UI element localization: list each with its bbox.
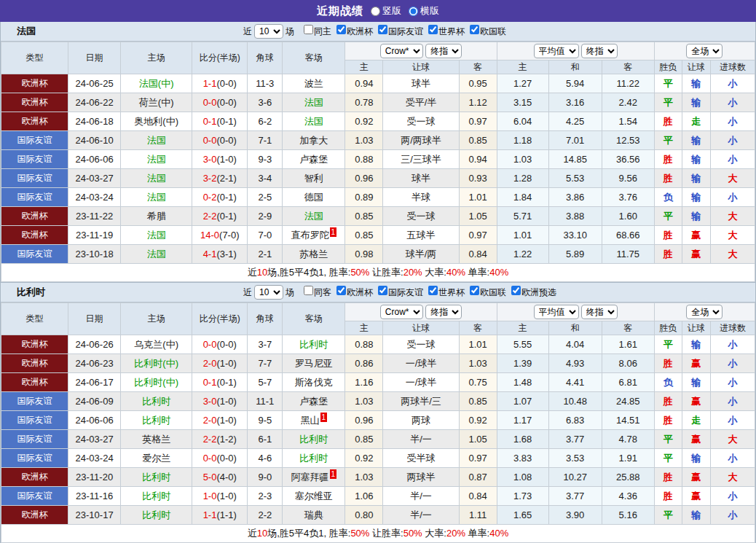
away-team: 法国 (283, 93, 345, 112)
score-cell: 2-0(1-0) (192, 354, 248, 373)
avg-odds-away: 2.42 (602, 93, 654, 112)
league-filter-世界杯[interactable]: 世界杯 (425, 286, 465, 299)
league-checkbox-icon[interactable] (336, 286, 346, 295)
average-select[interactable]: 平均值 (534, 44, 579, 58)
away-team-name: 比利时 (299, 453, 328, 464)
away-team: 智利 (283, 169, 345, 188)
league-checkbox-icon[interactable] (378, 286, 387, 295)
handicap-odds-away: 1.05 (459, 207, 497, 226)
league-checkbox-icon[interactable] (428, 286, 438, 295)
near-label: 近 (243, 286, 252, 299)
handicap-line: 受半球 (383, 449, 459, 468)
bookmaker-select[interactable]: Crow* (380, 44, 423, 58)
home-team: 法国 (121, 188, 192, 207)
radio-vertical-icon[interactable] (371, 7, 380, 16)
handicap-odds-away: 1.05 (459, 430, 497, 449)
score-fulltime: 2-0 (203, 415, 217, 426)
league-filter-欧洲杯[interactable]: 欧洲杯 (334, 25, 373, 38)
league-badge: 国际友谊 (1, 487, 68, 506)
match-date: 24-06-06 (68, 150, 121, 169)
league-filter-国际友谊[interactable]: 国际友谊 (375, 25, 423, 38)
league-badge: 欧洲杯 (1, 74, 68, 93)
match-date: 23-11-22 (68, 207, 121, 226)
layout-radio-horizontal[interactable]: 横版 (409, 4, 439, 17)
league-checkbox-icon[interactable] (470, 286, 479, 295)
avg-odds-away: 4.78 (602, 430, 654, 449)
layout-radio-vertical[interactable]: 竖版 (371, 4, 401, 17)
away-team-name: 罗马尼亚 (295, 358, 333, 369)
score-halftime: (1-1) (216, 509, 236, 520)
same-venue-checkbox[interactable]: 同主 (301, 25, 331, 38)
league-filter-欧洲预选[interactable]: 欧洲预选 (508, 286, 556, 299)
league-badge: 国际友谊 (1, 430, 68, 449)
avg-odds-away: 1.54 (602, 112, 654, 131)
average-select[interactable]: 平均值 (534, 305, 579, 319)
result-handicap: 赢 (682, 468, 710, 487)
league-checkbox-icon[interactable] (470, 25, 479, 34)
avg-odds-home: 1.01 (497, 226, 548, 245)
corners-cell: 7-7 (248, 354, 283, 373)
league-checkbox-icon[interactable] (511, 286, 521, 295)
league-filter-欧国联[interactable]: 欧国联 (467, 25, 506, 38)
near-label: 近 (243, 26, 252, 38)
avg-odds-draw: 3.88 (548, 207, 602, 226)
away-team: 苏格兰 (283, 245, 345, 264)
home-team: 乌克兰(中) (121, 335, 192, 354)
table-row: 欧洲杯24-06-23比利时(中)2-0(1-0)7-7罗马尼亚0.86一/球半… (1, 354, 755, 373)
same-venue-checkbox-icon[interactable] (304, 286, 313, 295)
league-filter-国际友谊[interactable]: 国际友谊 (375, 286, 423, 299)
col-avg-home: 主 (497, 321, 548, 335)
col-away: 客场 (283, 42, 345, 74)
league-checkbox-icon[interactable] (378, 25, 387, 34)
away-team-name: 瑞典 (304, 509, 323, 520)
result-goals: 小 (710, 188, 755, 207)
score-cell: 2-2(0-1) (192, 207, 248, 226)
avg-odds-away: 1.91 (602, 449, 654, 468)
league-checkbox-icon[interactable] (336, 25, 346, 34)
score-fulltime: 0-0 (203, 339, 217, 350)
result-goals: 大 (710, 169, 755, 188)
radio-vertical-label: 竖版 (382, 4, 401, 17)
summary-highlight: 20% (446, 528, 465, 539)
handicap-odds-home: 0.98 (345, 245, 383, 264)
average-stage-select[interactable]: 终指 (581, 305, 618, 319)
average-stage-select[interactable]: 终指 (581, 44, 618, 58)
league-filter-欧国联[interactable]: 欧国联 (467, 286, 506, 299)
summary-text: 近10场,胜5平4负1, 胜率:50% 让胜率:50% 大率:20% 单率:40… (1, 525, 755, 543)
odds-stage-select[interactable]: 终指 (425, 44, 462, 58)
handicap-odds-home: 0.92 (345, 112, 383, 131)
col-score: 比分(半场) (192, 303, 248, 335)
league-checkbox-icon[interactable] (428, 25, 438, 34)
result-goals: 小 (710, 112, 755, 131)
handicap-odds-home: 1.03 (345, 392, 383, 411)
result-scope-group: 全场 (654, 42, 755, 60)
score-cell: 0-0(0-0) (192, 93, 248, 112)
same-venue-label: 同客 (314, 287, 331, 297)
avg-odds-home: 1.27 (497, 74, 548, 93)
table-row: 国际友谊23-11-16比利时1-0(1-0)2-3塞尔维亚1.06半/一0.8… (1, 487, 755, 506)
league-filter-世界杯[interactable]: 世界杯 (425, 25, 465, 38)
league-badge: 国际友谊 (1, 411, 68, 430)
league-filter-欧洲杯[interactable]: 欧洲杯 (334, 286, 373, 299)
avg-odds-home: 6.04 (497, 112, 548, 131)
match-count-select[interactable]: 10 (254, 285, 283, 300)
away-team-name: 法国 (304, 97, 323, 108)
match-count-select[interactable]: 10 (254, 24, 283, 39)
corners-cell: 9-5 (248, 411, 283, 430)
odds-stage-select[interactable]: 终指 (425, 305, 462, 319)
bookmaker-select[interactable]: Crow* (380, 305, 423, 319)
corners-cell: 2-9 (248, 207, 283, 226)
handicap-odds-away: 0.85 (459, 392, 497, 411)
avg-odds-draw: 3.77 (548, 487, 602, 506)
avg-odds-draw: 4.25 (548, 112, 602, 131)
away-team: 比利时 (283, 449, 345, 468)
corners-cell: 11-1 (248, 392, 283, 411)
same-venue-checkbox[interactable]: 同客 (301, 286, 331, 299)
score-fulltime: 0-0 (203, 97, 217, 108)
scope-select[interactable]: 全场 (686, 305, 722, 319)
scope-select[interactable]: 全场 (686, 44, 722, 58)
same-venue-checkbox-icon[interactable] (304, 25, 313, 34)
radio-horizontal-icon[interactable] (409, 7, 418, 16)
home-team: 比利时 (121, 487, 192, 506)
handicap-line: 半/一 (383, 487, 459, 506)
